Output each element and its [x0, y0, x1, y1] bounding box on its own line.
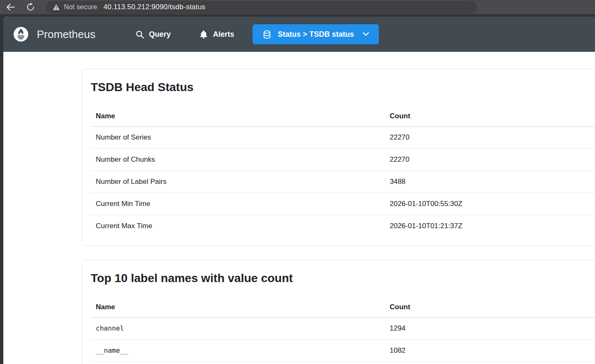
row-name-cell: Number of Label Pairs: [91, 171, 385, 193]
row-count-cell: 22270: [385, 149, 595, 171]
row-count-cell: 3488: [385, 171, 595, 193]
prometheus-logo-icon: [13, 26, 29, 43]
card-title: TSDB Head Status: [91, 80, 595, 94]
nav-item-alerts[interactable]: Alerts: [199, 30, 234, 39]
arrow-left-icon: [5, 2, 16, 13]
browser-window-frame: Prometheus Query Alerts: [0, 14, 595, 364]
row-count-cell: 2026-01-10T01:21:37Z: [385, 215, 595, 237]
bell-icon: [199, 30, 208, 39]
table-row: Number of Series 22270: [91, 127, 595, 149]
column-header-name: Name: [91, 297, 385, 318]
card-title: Top 10 label names with value count: [91, 271, 595, 285]
database-icon: [262, 30, 272, 39]
prometheus-navbar: Prometheus Query Alerts: [3, 17, 595, 52]
row-count-cell: 1294: [385, 318, 595, 340]
nav-query-label: Query: [149, 30, 171, 39]
top-label-names-card: Top 10 label names with value count Name…: [82, 260, 595, 364]
warning-triangle-icon: [52, 3, 60, 11]
chevron-down-icon: [363, 32, 369, 36]
back-button[interactable]: [4, 1, 17, 13]
column-header-count: Count: [385, 297, 595, 318]
refresh-icon: [26, 2, 36, 12]
nav-item-query[interactable]: Query: [135, 30, 171, 39]
browser-toolbar: Not secure 40.113.50.212:9090/tsdb-statu…: [0, 0, 595, 14]
brand-label: Prometheus: [37, 28, 95, 41]
web-content: Prometheus Query Alerts: [3, 17, 595, 364]
row-name-cell: channel: [91, 318, 385, 340]
tsdb-status-page: TSDB Head Status Name Count Number of Se…: [3, 52, 595, 364]
address-bar[interactable]: Not secure 40.113.50.212:9090/tsdb-statu…: [46, 1, 477, 14]
row-count-cell: 22270: [385, 127, 595, 149]
table-row: Current Min Time 2026-01-10T00:55:30Z: [91, 193, 595, 215]
table-row: __name__ 1082: [91, 340, 595, 362]
row-name-cell: Number of Series: [91, 127, 385, 149]
top-label-names-table: Name Count channel 1294 __name__ 1082: [91, 297, 595, 362]
refresh-button[interactable]: [24, 1, 37, 13]
tsdb-head-status-table: Name Count Number of Series 22270 Number…: [91, 106, 595, 237]
row-count-cell: 1082: [385, 340, 595, 362]
row-name-cell: __name__: [91, 340, 385, 362]
status-button-label: Status > TSDB status: [278, 30, 354, 39]
status-dropdown-button[interactable]: Status > TSDB status: [253, 24, 379, 44]
table-row: channel 1294: [91, 318, 595, 340]
nav-alerts-label: Alerts: [213, 30, 234, 39]
row-name-cell: Current Max Time: [91, 215, 385, 237]
column-header-count: Count: [385, 106, 595, 127]
url-text[interactable]: 40.113.50.212:9090/tsdb-status: [103, 3, 205, 11]
brand[interactable]: Prometheus: [13, 26, 95, 43]
tsdb-head-status-card: TSDB Head Status Name Count Number of Se…: [82, 69, 595, 246]
table-row: Number of Chunks 22270: [91, 149, 595, 171]
row-name-cell: Current Min Time: [91, 193, 385, 215]
table-row: Number of Label Pairs 3488: [91, 171, 595, 193]
column-header-name: Name: [91, 106, 385, 127]
security-label[interactable]: Not secure: [64, 3, 97, 11]
search-icon: [135, 30, 144, 39]
table-row: Current Max Time 2026-01-10T01:21:37Z: [91, 215, 595, 237]
row-name-cell: Number of Chunks: [91, 149, 385, 171]
row-count-cell: 2026-01-10T00:55:30Z: [385, 193, 595, 215]
